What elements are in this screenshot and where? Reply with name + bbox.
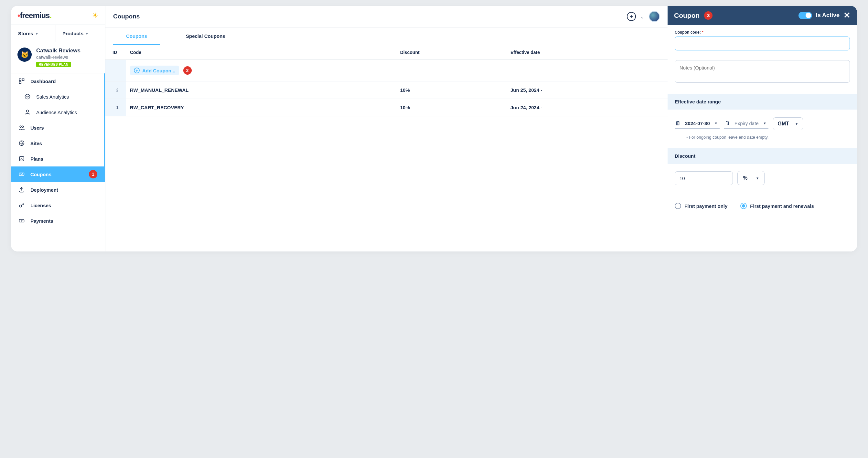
annotation-badge-3: 3 [704,11,713,20]
chevron-down-icon: ▾ [86,32,88,36]
svg-rect-2 [20,82,21,84]
col-id: ID [105,45,126,60]
calendar-icon: 🗓 [675,121,681,126]
col-code: Code [126,45,396,60]
nav-plans[interactable]: Plans [11,151,105,166]
add-coupon-row: + Add Coupon... 2 [105,60,668,82]
main-content: Coupons + ⌄ Coupons Special Coupons ID C… [105,6,668,251]
user-avatar[interactable] [649,11,660,22]
product-plan-badge: REVENUES PLAN [36,62,71,67]
coupon-icon [18,171,25,178]
audience-icon [24,109,31,115]
nav-dashboard[interactable]: Dashboard [11,73,105,89]
is-active-toggle[interactable] [799,12,812,19]
coupon-editor-panel: Coupon 3 Is Active ✕ Coupon code: * Effe… [668,6,857,251]
add-coupon-button[interactable]: + Add Coupon... [130,66,179,75]
key-icon [18,202,25,209]
nav-sales-analytics[interactable]: Sales Analytics [11,89,105,104]
nav-licenses[interactable]: Licenses [11,197,105,213]
add-button[interactable]: + [627,12,636,21]
row-date: Jun 25, 2024 - [506,82,668,99]
start-date-picker[interactable]: 🗓 2024-07-30 ▼ [675,119,720,129]
globe-icon [18,140,25,146]
svg-rect-1 [22,79,24,81]
calendar-icon: 🗓 [725,121,730,126]
tabs: Coupons Special Coupons [105,28,668,45]
annotation-badge-2: 2 [183,66,192,75]
stores-dropdown[interactable]: Stores▾ [16,25,56,42]
col-date: Effective date [506,45,668,60]
notes-input[interactable] [675,60,850,83]
row-id: 2 [105,82,126,99]
discount-section-header: Discount [668,148,857,164]
nav-users[interactable]: Users [11,120,105,135]
nav-audience-analytics[interactable]: Audience Analytics [11,104,105,120]
radio-first-payment-only[interactable]: First payment only [675,203,727,209]
row-code: RW_CART_RECOVERY [126,99,396,116]
analytics-icon [24,93,31,100]
row-id: 1 [105,99,126,116]
theme-toggle-icon[interactable]: ☀ [92,11,99,20]
panel-title: Coupon [674,12,700,20]
coupons-table: ID Code Discount Effective date + Add Co… [105,45,668,116]
end-date-picker[interactable]: 🗓 Expiry date ▼ [724,119,769,129]
chevron-down-icon: ▼ [795,122,798,126]
product-card: 🐱 Catwalk Reviews catwalk-reviews REVENU… [11,42,105,73]
radio-icon [740,203,747,209]
svg-point-4 [27,110,29,112]
discount-unit-select[interactable]: % ▼ [737,171,765,185]
row-code: RW_MANUAL_RENEWAL [126,82,396,99]
upload-icon [18,186,25,193]
svg-point-12 [21,220,22,221]
users-icon [18,124,25,131]
chevron-down-icon: ▼ [714,122,718,125]
discount-amount-input[interactable] [675,171,733,185]
nav-sites[interactable]: Sites [11,135,105,151]
app-window: •freemius. ☀ Stores▾ Products▾ 🐱 Catwalk… [11,6,857,251]
tab-coupons[interactable]: Coupons [113,28,160,45]
primary-nav: Dashboard Sales Analytics Audience Analy… [11,73,105,251]
radio-first-and-renewals[interactable]: First payment and renewals [738,197,850,215]
timezone-select[interactable]: GMT ▼ [773,117,803,130]
product-slug: catwalk-reviews [36,55,81,60]
nav-coupons[interactable]: Coupons 1 [11,166,105,182]
sidebar: •freemius. ☀ Stores▾ Products▾ 🐱 Catwalk… [11,6,105,251]
panel-header: Coupon 3 Is Active ✕ [668,6,857,25]
products-dropdown[interactable]: Products▾ [56,25,100,42]
chevron-down-icon: ▼ [756,177,759,180]
coupon-code-label: Coupon code: * [675,30,850,35]
plus-icon: + [134,67,140,73]
is-active-label: Is Active [816,12,840,19]
annotation-badge-1: 1 [89,170,97,178]
row-discount: 10% [396,82,506,99]
page-title: Coupons [113,13,140,20]
svg-rect-0 [20,79,21,81]
product-name: Catwalk Reviews [36,48,81,54]
svg-point-10 [20,205,22,207]
row-discount: 10% [396,99,506,116]
chevron-down-icon: ▾ [36,32,38,36]
cash-icon [18,217,25,224]
tab-special-coupons[interactable]: Special Coupons [173,28,238,45]
table-row[interactable]: 1 RW_CART_RECOVERY 10% Jun 24, 2024 - [105,99,668,116]
coupon-code-input[interactable] [675,36,850,51]
svg-point-5 [20,126,21,127]
close-icon[interactable]: ✕ [843,10,850,20]
date-section-header: Effective date range [668,94,857,110]
col-discount: Discount [396,45,506,60]
nav-payments[interactable]: Payments [11,213,105,228]
row-date: Jun 24, 2024 - [506,99,668,116]
plans-icon [18,155,25,162]
nav-deployment[interactable]: Deployment [11,182,105,197]
chevron-down-icon[interactable]: ⌄ [641,14,644,20]
svg-point-6 [22,126,24,127]
svg-rect-11 [20,219,24,222]
radio-icon [675,203,681,209]
table-row[interactable]: 2 RW_MANUAL_RENEWAL 10% Jun 25, 2024 - [105,82,668,99]
chevron-down-icon: ▼ [763,122,767,125]
brand-logo: •freemius. [18,11,52,20]
product-avatar: 🐱 [18,48,32,62]
dashboard-icon [18,78,25,84]
date-hint: • For ongoing coupon leave end date empt… [668,133,857,148]
